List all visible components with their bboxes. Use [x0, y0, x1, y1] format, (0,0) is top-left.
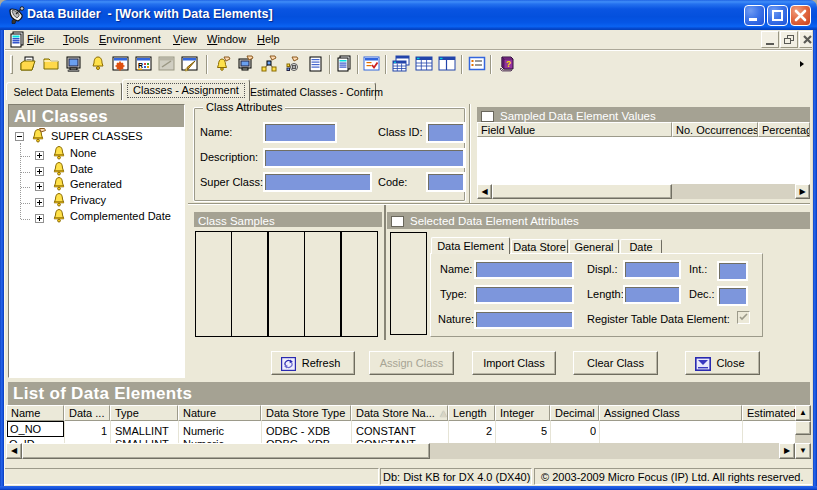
svg-text:?: ? — [506, 59, 511, 69]
svg-text:R: R — [138, 62, 143, 69]
